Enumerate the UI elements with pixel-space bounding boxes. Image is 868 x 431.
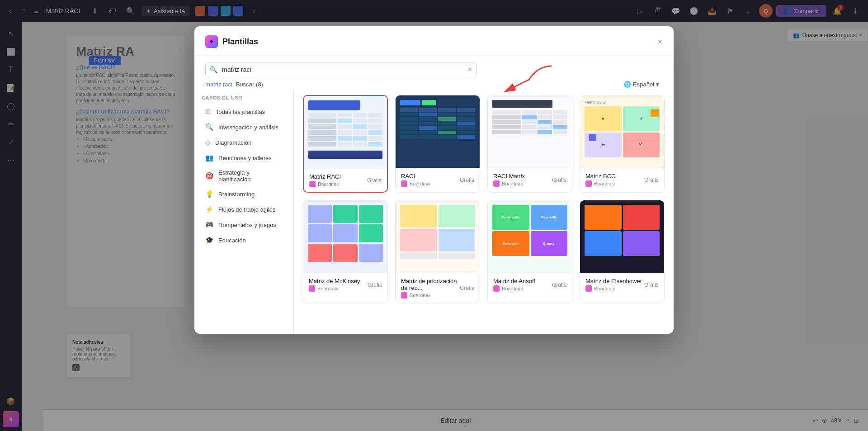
globe-icon: 🌐 — [624, 81, 631, 88]
nav-label-todas: Todas las plantillas — [216, 109, 265, 115]
template-card-raci-matrix[interactable]: RACI Matrix Boardmix Gratis — [487, 95, 572, 193]
template-info-ansoff: Matriz de Ansoff Boardmix Gratis — [488, 273, 572, 296]
template-card-mckinsey[interactable]: Matriz de McKinsey Boardmix Gratis — [303, 200, 388, 303]
nav-label-diagramacion: Diagramación — [215, 139, 251, 146]
templates-modal: ✦ Plantillas × 🔍 × matriz raci Buscar (8… — [194, 26, 674, 334]
nav-label-educacion: Educación — [218, 237, 246, 244]
nav-item-educacion[interactable]: 🎓 Educación — [198, 232, 290, 248]
free-badge-8[interactable]: Gratis — [644, 282, 659, 288]
brand-name-4: Boardmix — [594, 181, 615, 186]
language-label: Español — [633, 81, 654, 88]
template-card-eisenhower[interactable]: Matriz de Eisenhower Boardmix Gratis — [580, 200, 665, 303]
nav-icon-flujos: ⚡ — [205, 205, 214, 213]
template-card-priorizacion[interactable]: Matriz de priorización de req... Boardmi… — [395, 200, 480, 303]
template-thumb-mckinsey — [303, 200, 387, 273]
nav-label-rompehielos: Rompehielos y juegos — [218, 222, 276, 228]
template-brand-matriz-raci: Boardmix — [309, 181, 341, 187]
template-info-raci-matrix: RACI Matrix Boardmix Gratis — [488, 168, 572, 191]
template-name-raci-matrix: RACI Matrix — [493, 173, 525, 180]
template-brand-ansoff: Boardmix — [493, 285, 535, 292]
brand-logo-5 — [309, 285, 315, 292]
search-clear-button[interactable]: × — [468, 66, 472, 74]
template-info-matriz-raci: Matriz RACI Boardmix Gratis — [304, 168, 387, 192]
brand-logo-8 — [585, 285, 592, 292]
nav-item-flujos[interactable]: ⚡ Flujos de trabjo ágiles — [198, 202, 290, 217]
nav-icon-investigacion: 🔍 — [205, 123, 214, 131]
language-arrow: ▾ — [656, 81, 659, 88]
template-brand-eisenhower: Boardmix — [585, 285, 642, 292]
template-brand-bcg: Boardmix — [585, 180, 616, 187]
nav-label-reuniones: Reuniones y talleres — [218, 155, 272, 161]
template-name-bcg: Matriz BCG — [585, 173, 616, 180]
template-card-bcg[interactable]: Matriz BCG ★ ? 🐄 🐕 — [580, 95, 665, 193]
templates-grid: Matriz RACI Boardmix Gratis — [303, 95, 665, 303]
free-badge-5[interactable]: Gratis — [368, 282, 382, 288]
nav-item-todas[interactable]: ⊞ Todas las plantillas — [198, 104, 290, 119]
modal-close-button[interactable]: × — [657, 37, 663, 47]
template-name-eisenhower: Matriz de Eisenhower — [585, 278, 642, 284]
nav-label-flujos: Flujos de trabjo ágiles — [218, 206, 275, 213]
brand-name-7: Boardmix — [502, 286, 523, 291]
brand-name-1: Boardmix — [318, 181, 339, 187]
brand-logo-6 — [401, 292, 407, 298]
brand-name-5: Boardmix — [317, 286, 338, 291]
free-badge-2[interactable]: Gratis — [460, 177, 474, 183]
nav-icon-estrategia: 🎯 — [205, 172, 214, 180]
template-thumb-bcg: Matriz BCG ★ ? 🐄 🐕 — [580, 95, 664, 168]
template-thumb-matriz-raci — [304, 96, 387, 168]
template-thumb-priorizacion — [396, 200, 480, 273]
free-badge-4[interactable]: Gratis — [644, 177, 659, 183]
nav-icon-reuniones: 👥 — [205, 154, 214, 162]
template-brand-priorizacion: Boardmix — [401, 292, 460, 298]
template-info-raci: RACI Boardmix Gratis — [396, 168, 480, 191]
brand-name-3: Boardmix — [502, 181, 523, 186]
nav-icon-todas: ⊞ — [205, 108, 211, 116]
nav-item-estrategia[interactable]: 🎯 Estrategia y planificación — [198, 166, 290, 186]
nav-item-brainstorming[interactable]: 💡 Brainstorming — [198, 186, 290, 202]
free-badge-1[interactable]: Gratis — [367, 177, 382, 184]
template-thumb-raci — [396, 95, 480, 168]
template-name-matriz-raci: Matriz RACI — [309, 173, 341, 180]
nav-item-reuniones[interactable]: 👥 Reuniones y talleres — [198, 150, 290, 166]
search-buscar[interactable]: Buscar (8) — [236, 81, 263, 88]
buscar-label: Buscar — [236, 81, 254, 88]
brand-name-2: Boardmix — [410, 181, 430, 186]
nav-label-estrategia: Estrategia y planificación — [218, 169, 283, 183]
brand-name-8: Boardmix — [594, 286, 615, 291]
brand-logo-4 — [585, 180, 592, 187]
template-brand-mckinsey: Boardmix — [309, 285, 360, 292]
template-thumb-raci-matrix — [488, 95, 572, 168]
brand-logo-7 — [493, 285, 500, 292]
template-thumb-ansoff: Penetración Desarrollo Desarrollo Divers… — [488, 200, 572, 273]
free-badge-7[interactable]: Gratis — [552, 282, 566, 288]
tag-matrix-raci[interactable]: matriz raci — [205, 81, 232, 88]
nav-item-diagramacion[interactable]: ◇ Diagramación — [198, 135, 290, 150]
nav-item-investigacion[interactable]: 🔍 Investigación y análisis — [198, 119, 290, 135]
nav-item-rompehielos[interactable]: 🎮 Rompehielos y juegos — [198, 217, 290, 232]
template-card-matriz-raci[interactable]: Matriz RACI Boardmix Gratis — [303, 95, 388, 193]
template-info-eisenhower: Matriz de Eisenhower Boardmix Gratis — [580, 273, 664, 296]
free-badge-3[interactable]: Gratis — [552, 177, 566, 183]
nav-section-label: Casos de uso — [194, 95, 293, 104]
nav-icon-educacion: 🎓 — [205, 236, 214, 244]
language-selector[interactable]: 🌐 Español ▾ — [624, 81, 663, 88]
template-name-mckinsey: Matriz de McKinsey — [309, 278, 360, 284]
search-input[interactable] — [205, 62, 476, 77]
modal-title: Plantillas — [222, 37, 258, 47]
modal-logo: ✦ — [205, 35, 218, 48]
template-brand-raci: Boardmix — [401, 180, 430, 187]
template-name-ansoff: Matriz de Ansoff — [493, 278, 535, 284]
template-info-bcg: Matriz BCG Boardmix Gratis — [580, 168, 664, 191]
search-tags-row: matriz raci Buscar (8) 🌐 Español ▾ — [194, 77, 674, 88]
template-card-ansoff[interactable]: Penetración Desarrollo Desarrollo Divers… — [487, 200, 572, 303]
templates-area: Matriz RACI Boardmix Gratis — [294, 88, 674, 334]
nav-label-brainstorming: Brainstorming — [218, 191, 255, 198]
free-badge-6[interactable]: Gratis — [460, 285, 474, 291]
template-card-raci[interactable]: RACI Boardmix Gratis — [395, 95, 480, 193]
brand-logo-2 — [401, 180, 407, 187]
template-info-priorizacion: Matriz de priorización de req... Boardmi… — [396, 273, 480, 303]
brand-logo-3 — [493, 180, 500, 187]
search-bar-area: 🔍 × — [194, 56, 674, 77]
brand-name-6: Boardmix — [410, 293, 430, 298]
search-input-wrap: 🔍 × — [205, 62, 476, 77]
